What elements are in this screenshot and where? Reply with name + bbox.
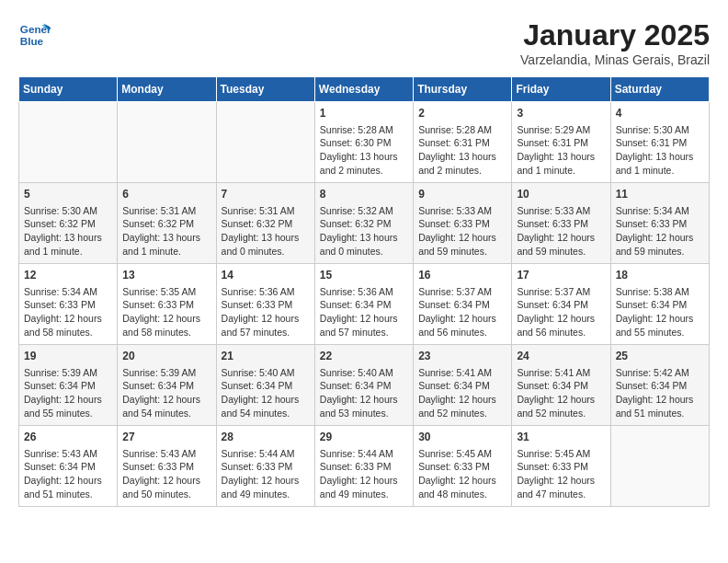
calendar-cell: 8Sunrise: 5:32 AMSunset: 6:32 PMDaylight… bbox=[314, 183, 413, 264]
day-number: 30 bbox=[418, 430, 506, 445]
day-number: 16 bbox=[418, 268, 506, 283]
calendar-cell: 20Sunrise: 5:39 AMSunset: 6:34 PMDayligh… bbox=[118, 345, 216, 426]
calendar-cell: 26Sunrise: 5:43 AMSunset: 6:34 PMDayligh… bbox=[19, 426, 118, 507]
calendar-cell: 11Sunrise: 5:34 AMSunset: 6:33 PMDayligh… bbox=[610, 183, 709, 264]
calendar-cell: 30Sunrise: 5:45 AMSunset: 6:33 PMDayligh… bbox=[414, 426, 512, 507]
calendar-cell: 29Sunrise: 5:44 AMSunset: 6:33 PMDayligh… bbox=[314, 426, 413, 507]
calendar-cell: 15Sunrise: 5:36 AMSunset: 6:34 PMDayligh… bbox=[314, 264, 413, 345]
calendar-week-1: 1Sunrise: 5:28 AMSunset: 6:30 PMDaylight… bbox=[19, 102, 710, 183]
calendar-cell: 7Sunrise: 5:31 AMSunset: 6:32 PMDaylight… bbox=[216, 183, 314, 264]
day-number: 17 bbox=[517, 268, 605, 283]
calendar-cell: 9Sunrise: 5:33 AMSunset: 6:33 PMDaylight… bbox=[414, 183, 512, 264]
calendar-cell: 5Sunrise: 5:30 AMSunset: 6:32 PMDaylight… bbox=[19, 183, 118, 264]
day-number: 20 bbox=[122, 349, 210, 364]
calendar-cell: 4Sunrise: 5:30 AMSunset: 6:31 PMDaylight… bbox=[610, 102, 709, 183]
calendar-cell bbox=[610, 426, 709, 507]
day-number: 12 bbox=[24, 268, 112, 283]
day-number: 28 bbox=[222, 430, 310, 445]
day-number: 15 bbox=[320, 268, 408, 283]
calendar-cell: 16Sunrise: 5:37 AMSunset: 6:34 PMDayligh… bbox=[414, 264, 512, 345]
calendar-week-5: 26Sunrise: 5:43 AMSunset: 6:34 PMDayligh… bbox=[19, 426, 710, 507]
day-header-sunday: Sunday bbox=[19, 77, 118, 102]
page-header: General Blue January 2025 Varzelandia, M… bbox=[18, 18, 710, 67]
day-number: 7 bbox=[222, 187, 310, 202]
day-number: 5 bbox=[24, 187, 112, 202]
calendar-cell: 17Sunrise: 5:37 AMSunset: 6:34 PMDayligh… bbox=[512, 264, 610, 345]
calendar-cell: 6Sunrise: 5:31 AMSunset: 6:32 PMDaylight… bbox=[118, 183, 216, 264]
day-header-thursday: Thursday bbox=[414, 77, 512, 102]
day-number: 10 bbox=[517, 187, 605, 202]
day-number: 8 bbox=[320, 187, 408, 202]
day-number: 25 bbox=[616, 349, 704, 364]
calendar-cell: 31Sunrise: 5:45 AMSunset: 6:33 PMDayligh… bbox=[512, 426, 610, 507]
day-number: 29 bbox=[320, 430, 408, 445]
calendar-cell: 14Sunrise: 5:36 AMSunset: 6:33 PMDayligh… bbox=[216, 264, 314, 345]
calendar-table: SundayMondayTuesdayWednesdayThursdayFrid… bbox=[18, 76, 710, 507]
calendar-cell: 2Sunrise: 5:28 AMSunset: 6:31 PMDaylight… bbox=[414, 102, 512, 183]
calendar-cell: 28Sunrise: 5:44 AMSunset: 6:33 PMDayligh… bbox=[216, 426, 314, 507]
day-number: 27 bbox=[122, 430, 210, 445]
calendar-cell: 19Sunrise: 5:39 AMSunset: 6:34 PMDayligh… bbox=[19, 345, 118, 426]
calendar-cell: 3Sunrise: 5:29 AMSunset: 6:31 PMDaylight… bbox=[512, 102, 610, 183]
day-number: 22 bbox=[320, 349, 408, 364]
day-number: 6 bbox=[122, 187, 210, 202]
page-title: January 2025 bbox=[520, 18, 710, 52]
calendar-cell: 22Sunrise: 5:40 AMSunset: 6:34 PMDayligh… bbox=[314, 345, 413, 426]
calendar-cell: 1Sunrise: 5:28 AMSunset: 6:30 PMDaylight… bbox=[314, 102, 413, 183]
calendar-cell: 12Sunrise: 5:34 AMSunset: 6:33 PMDayligh… bbox=[19, 264, 118, 345]
day-number: 1 bbox=[320, 106, 408, 121]
calendar-cell: 24Sunrise: 5:41 AMSunset: 6:34 PMDayligh… bbox=[512, 345, 610, 426]
calendar-cell: 18Sunrise: 5:38 AMSunset: 6:34 PMDayligh… bbox=[610, 264, 709, 345]
svg-text:Blue: Blue bbox=[20, 35, 44, 47]
day-number: 18 bbox=[616, 268, 704, 283]
day-header-tuesday: Tuesday bbox=[216, 77, 314, 102]
calendar-cell: 27Sunrise: 5:43 AMSunset: 6:33 PMDayligh… bbox=[118, 426, 216, 507]
calendar-cell bbox=[216, 102, 314, 183]
day-header-friday: Friday bbox=[512, 77, 610, 102]
calendar-cell: 10Sunrise: 5:33 AMSunset: 6:33 PMDayligh… bbox=[512, 183, 610, 264]
day-header-monday: Monday bbox=[118, 77, 216, 102]
day-number: 21 bbox=[222, 349, 310, 364]
day-number: 23 bbox=[418, 349, 506, 364]
title-block: January 2025 Varzelandia, Minas Gerais, … bbox=[520, 18, 710, 67]
logo: General Blue bbox=[18, 18, 51, 52]
calendar-cell bbox=[118, 102, 216, 183]
calendar-week-4: 19Sunrise: 5:39 AMSunset: 6:34 PMDayligh… bbox=[19, 345, 710, 426]
calendar-week-2: 5Sunrise: 5:30 AMSunset: 6:32 PMDaylight… bbox=[19, 183, 710, 264]
day-header-wednesday: Wednesday bbox=[314, 77, 413, 102]
calendar-cell bbox=[19, 102, 118, 183]
calendar-week-3: 12Sunrise: 5:34 AMSunset: 6:33 PMDayligh… bbox=[19, 264, 710, 345]
page-subtitle: Varzelandia, Minas Gerais, Brazil bbox=[520, 52, 710, 67]
day-number: 9 bbox=[418, 187, 506, 202]
day-number: 11 bbox=[616, 187, 704, 202]
day-number: 31 bbox=[517, 430, 605, 445]
day-number: 2 bbox=[418, 106, 506, 121]
calendar-body: 1Sunrise: 5:28 AMSunset: 6:30 PMDaylight… bbox=[19, 102, 710, 507]
calendar-cell: 21Sunrise: 5:40 AMSunset: 6:34 PMDayligh… bbox=[216, 345, 314, 426]
day-header-saturday: Saturday bbox=[610, 77, 709, 102]
calendar-cell: 25Sunrise: 5:42 AMSunset: 6:34 PMDayligh… bbox=[610, 345, 709, 426]
day-number: 13 bbox=[122, 268, 210, 283]
day-number: 24 bbox=[517, 349, 605, 364]
day-number: 4 bbox=[616, 106, 704, 121]
day-number: 26 bbox=[24, 430, 112, 445]
day-number: 3 bbox=[517, 106, 605, 121]
day-number: 14 bbox=[222, 268, 310, 283]
calendar-header-row: SundayMondayTuesdayWednesdayThursdayFrid… bbox=[19, 77, 710, 102]
calendar-cell: 23Sunrise: 5:41 AMSunset: 6:34 PMDayligh… bbox=[414, 345, 512, 426]
svg-text:General: General bbox=[20, 23, 51, 35]
calendar-cell: 13Sunrise: 5:35 AMSunset: 6:33 PMDayligh… bbox=[118, 264, 216, 345]
day-number: 19 bbox=[24, 349, 112, 364]
